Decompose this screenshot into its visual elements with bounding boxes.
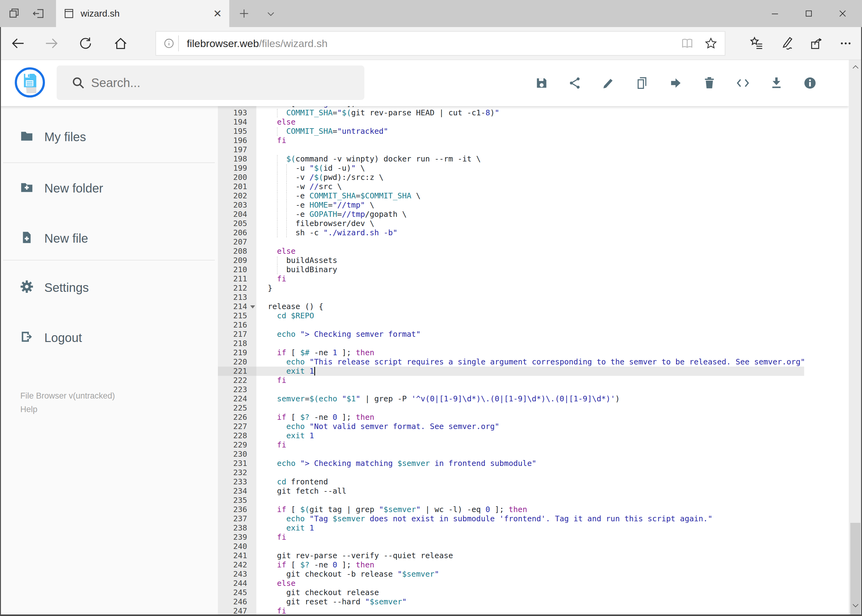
forward-button[interactable] xyxy=(37,27,66,60)
delete-button[interactable] xyxy=(692,60,726,106)
refresh-button[interactable] xyxy=(71,27,100,60)
fold-toggle-icon[interactable] xyxy=(250,305,255,308)
code-line[interactable]: echo "This release script requires a sin… xyxy=(256,357,804,366)
download-button[interactable] xyxy=(760,60,793,106)
gutter-line-number: 201 xyxy=(218,182,256,191)
code-line[interactable]: semver=$(echo "$1" | grep -P '^v(0|[1-9]… xyxy=(256,394,804,404)
share-page-button[interactable] xyxy=(802,27,832,60)
code-line[interactable] xyxy=(256,468,804,477)
code-line[interactable]: fi xyxy=(256,376,804,385)
code-line[interactable]: if [ $(git tag | grep "$semver" | wc -l)… xyxy=(256,505,804,514)
code-line[interactable] xyxy=(256,321,804,330)
url-text[interactable]: filebrowser.web/files/wizard.sh xyxy=(187,38,680,50)
code-line[interactable]: fi xyxy=(256,440,804,449)
code-line[interactable]: echo "> Checking semver format" xyxy=(256,330,804,339)
scroll-up-icon[interactable] xyxy=(849,60,862,74)
scroll-down-icon[interactable] xyxy=(849,599,862,613)
hub-button[interactable] xyxy=(742,27,771,60)
filebrowser-logo[interactable] xyxy=(15,68,45,97)
code-line[interactable]: $(command -v winpty) docker run --rm -it… xyxy=(256,154,804,163)
code-line[interactable] xyxy=(256,449,804,459)
code-line[interactable]: buildAssets xyxy=(256,256,804,265)
edit-button[interactable] xyxy=(592,60,626,106)
code-line[interactable]: if [ $? -ne 0 ]; then xyxy=(256,413,804,422)
code-line[interactable]: fi xyxy=(256,136,804,145)
code-line[interactable]: -w //src \ xyxy=(256,182,804,191)
tab-close-icon[interactable]: ✕ xyxy=(213,7,222,20)
code-button[interactable] xyxy=(726,60,760,106)
maximize-button[interactable] xyxy=(792,0,826,27)
move-button[interactable] xyxy=(659,60,692,106)
code-line[interactable]: -e GOPATH=//tmp/gopath \ xyxy=(256,210,804,219)
code-line[interactable]: -v /$(pwd):/src:z \ xyxy=(256,173,804,182)
code-line[interactable]: buildBinary xyxy=(256,265,804,274)
code-line[interactable] xyxy=(256,339,804,348)
code-line[interactable]: fi xyxy=(256,533,804,542)
code-line[interactable]: git rev-parse --verify --quiet release xyxy=(256,551,804,560)
code-line[interactable]: if [ $? -ne 0 ]; then xyxy=(256,560,804,570)
code-line[interactable]: git checkout release xyxy=(256,588,804,597)
code-line[interactable]: fi xyxy=(256,274,804,284)
web-note-pen-button[interactable] xyxy=(772,27,801,60)
code-line[interactable] xyxy=(256,542,804,551)
code-line[interactable]: } xyxy=(256,284,804,293)
code-line[interactable] xyxy=(256,404,804,413)
sidebar-item-new-file[interactable]: New file xyxy=(0,223,218,254)
code-line[interactable]: sh -c "./wizard.sh -b" xyxy=(256,228,804,237)
code-line[interactable]: exit 1 xyxy=(256,523,804,533)
address-bar[interactable]: filebrowser.web/files/wizard.sh xyxy=(155,31,725,56)
code-line[interactable]: -e HOME="//tmp" \ xyxy=(256,201,804,210)
code-editor[interactable]: 192 if [ -d ".git" ]; then193 COMMIT_SHA… xyxy=(218,99,849,616)
help-link[interactable]: Help xyxy=(20,402,115,416)
minimize-button[interactable] xyxy=(758,0,792,27)
code-line[interactable]: git fetch --all xyxy=(256,487,804,496)
site-info-icon[interactable] xyxy=(162,36,176,50)
tab-list-button[interactable] xyxy=(260,0,282,27)
code-line[interactable]: else xyxy=(256,247,804,256)
code-line[interactable]: -u "$(id -u)" \ xyxy=(256,163,804,173)
home-button[interactable] xyxy=(106,27,136,60)
settings-ellipsis-button[interactable] xyxy=(831,27,860,60)
set-tabs-aside-button[interactable] xyxy=(28,0,49,27)
code-line[interactable] xyxy=(256,293,804,302)
code-line[interactable]: cd $REPO xyxy=(256,311,804,321)
info-button[interactable] xyxy=(793,60,827,106)
code-line[interactable]: else xyxy=(256,118,804,127)
code-line[interactable]: echo "Not valid semver format. See semve… xyxy=(256,422,804,431)
code-line[interactable]: else xyxy=(256,579,804,588)
code-line[interactable] xyxy=(256,145,804,154)
code-line[interactable]: filebrowser/dev \ xyxy=(256,219,804,228)
file-toolbar xyxy=(525,60,827,106)
code-line[interactable]: echo "Tag $semver does not exist in subm… xyxy=(256,514,804,523)
save-button[interactable] xyxy=(525,60,558,106)
sidebar-item-logout[interactable]: Logout xyxy=(0,322,218,353)
code-line[interactable]: -e COMMIT_SHA=$COMMIT_SHA \ xyxy=(256,191,804,201)
code-line[interactable] xyxy=(256,237,804,247)
code-line[interactable]: COMMIT_SHA="untracked" xyxy=(256,127,804,136)
back-button[interactable] xyxy=(3,27,33,60)
code-line[interactable]: cd frontend xyxy=(256,477,804,487)
copy-button[interactable] xyxy=(626,60,659,106)
code-line[interactable] xyxy=(256,385,804,394)
code-line[interactable]: echo "> Checking matching $semver in fro… xyxy=(256,459,804,468)
code-line[interactable] xyxy=(256,496,804,505)
reading-view-icon[interactable] xyxy=(680,36,695,51)
share-button[interactable] xyxy=(558,60,592,106)
code-line[interactable]: release () { xyxy=(256,302,804,311)
sidebar-item-settings[interactable]: Settings xyxy=(0,272,218,303)
code-line[interactable]: exit 1 xyxy=(256,366,804,376)
tabs-preview-button[interactable] xyxy=(4,0,25,27)
code-line[interactable]: COMMIT_SHA="$(git rev-parse HEAD | cut -… xyxy=(256,108,804,118)
close-window-button[interactable] xyxy=(826,0,860,27)
code-line[interactable]: git reset --hard "$semver" xyxy=(256,597,804,607)
code-line[interactable]: if [ $# -ne 1 ]; then xyxy=(256,348,804,357)
browser-tab[interactable]: wizard.sh ✕ xyxy=(56,0,229,27)
vertical-scrollbar[interactable] xyxy=(849,60,862,614)
sidebar-item-my-files[interactable]: My files xyxy=(0,121,218,152)
code-line[interactable]: git checkout -b release "$semver" xyxy=(256,570,804,579)
search-input[interactable]: Search... xyxy=(57,66,364,100)
code-line[interactable]: exit 1 xyxy=(256,431,804,440)
favorite-star-icon[interactable] xyxy=(704,36,718,50)
sidebar-item-new-folder[interactable]: New folder xyxy=(0,173,218,204)
new-tab-button[interactable] xyxy=(233,0,255,27)
